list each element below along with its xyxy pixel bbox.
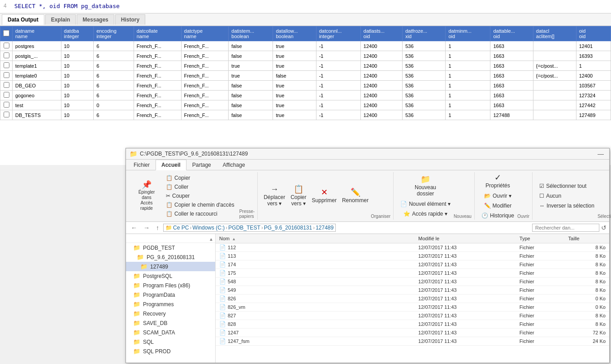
row-checkbox[interactable] bbox=[4, 52, 9, 58]
row-checkbox-cell[interactable] bbox=[0, 51, 13, 61]
table-row[interactable]: template1 10 6 French_F... French_F... t… bbox=[0, 61, 611, 71]
sidebar-item-sql-prod[interactable]: 📁SQL PROD bbox=[126, 347, 215, 356]
tab-messages[interactable]: Messages bbox=[77, 14, 114, 25]
col-type[interactable]: Type bbox=[516, 234, 565, 243]
row-checkbox[interactable] bbox=[4, 62, 9, 68]
nav-breadcrumb-5[interactable]: 127489 bbox=[316, 225, 334, 231]
row-checkbox-cell[interactable] bbox=[0, 71, 13, 81]
ribbon-tab-affichage[interactable]: Affichage bbox=[217, 160, 251, 170]
back-button[interactable]: ← bbox=[129, 223, 139, 232]
refresh-button[interactable]: ↺ bbox=[601, 224, 607, 231]
ribbon-btn-quickaccess[interactable]: ⭐ Accès rapide ▾ bbox=[400, 210, 451, 218]
row-checkbox[interactable] bbox=[4, 92, 9, 98]
row-checkbox-cell[interactable] bbox=[0, 91, 13, 100]
row-checkbox-cell[interactable] bbox=[0, 81, 13, 91]
ribbon-btn-copypath[interactable]: 📋 Copier le chemin d'accès bbox=[163, 201, 238, 209]
sidebar-item-postgresql[interactable]: 📁PostgreSQL bbox=[126, 271, 215, 281]
ribbon-btn-delete-label: Supprimer bbox=[312, 197, 337, 204]
tab-history[interactable]: History bbox=[115, 14, 145, 25]
ribbon-btn-paste[interactable]: 📋 Coller bbox=[163, 183, 238, 191]
file-name-cell: 📄826 bbox=[216, 295, 415, 303]
col-size[interactable]: Taille bbox=[565, 234, 609, 243]
ribbon-btn-edit[interactable]: ✏️ Modifier bbox=[481, 202, 515, 210]
cell-datfroze: 536 bbox=[403, 61, 446, 71]
select-all-checkbox[interactable] bbox=[3, 30, 9, 36]
ribbon-btn-copy[interactable]: 📋 Copier bbox=[163, 174, 238, 182]
col-header-datminm: datminm...oid bbox=[446, 26, 490, 41]
list-item[interactable]: 📄1247 12/07/2017 11:43 Fichier 72 Ko bbox=[216, 329, 609, 337]
up-button[interactable]: ↑ bbox=[154, 223, 161, 232]
table-row[interactable]: postgis_... 10 6 French_F... French_F...… bbox=[0, 51, 611, 61]
forward-button[interactable]: → bbox=[141, 223, 152, 232]
ribbon-btn-selectnone[interactable]: ☐ Aucun bbox=[536, 192, 598, 200]
table-row[interactable]: gogoneo 10 6 French_F... French_F... fal… bbox=[0, 91, 611, 100]
list-item[interactable]: 📄1247_fsm 12/07/2017 11:43 Fichier 24 Ko bbox=[216, 337, 609, 346]
row-checkbox[interactable] bbox=[4, 102, 9, 108]
ribbon-btn-history[interactable]: 🕐 Historique bbox=[478, 212, 517, 220]
minimize-button[interactable]: — bbox=[596, 150, 606, 157]
list-item[interactable]: 📄827 12/07/2017 11:43 Fichier 8 Ko bbox=[216, 312, 609, 320]
sidebar-item-programdata[interactable]: 📁ProgramData bbox=[126, 290, 215, 299]
file-modified-cell: 12/07/2017 11:43 bbox=[415, 260, 516, 269]
ribbon-tab-fichier[interactable]: Fichier bbox=[128, 160, 156, 170]
tab-explain[interactable]: Explain bbox=[45, 14, 76, 25]
ribbon-tab-partage[interactable]: Partage bbox=[186, 160, 217, 170]
table-row[interactable]: DB_GEO 10 6 French_F... French_F... fals… bbox=[0, 81, 611, 91]
ribbon-btn-newfolder[interactable]: 📁 Nouveaudossier bbox=[412, 174, 438, 198]
row-checkbox-cell[interactable] bbox=[0, 61, 13, 71]
nav-breadcrumb-1[interactable]: Ce PC bbox=[173, 225, 189, 231]
row-checkbox[interactable] bbox=[4, 112, 9, 117]
row-checkbox[interactable] bbox=[4, 72, 9, 78]
ribbon-btn-open[interactable]: 📂 Ouvrir ▾ bbox=[481, 192, 515, 200]
row-checkbox[interactable] bbox=[4, 82, 9, 88]
sidebar-item-scam-data[interactable]: 📁SCAM_DATA bbox=[126, 328, 215, 337]
ribbon-btn-selectall[interactable]: ☑ Sélectionner tout bbox=[536, 182, 598, 190]
sidebar-item-pgdb-test[interactable]: 📁PGDB_TEST bbox=[126, 243, 215, 252]
file-type-cell: Fichier bbox=[516, 286, 565, 295]
row-checkbox[interactable] bbox=[4, 43, 9, 48]
list-item[interactable]: 📄548 12/07/2017 11:43 Fichier 8 Ko bbox=[216, 277, 609, 286]
table-row[interactable]: DB_TESTS 10 6 French_F... French_F... fa… bbox=[0, 110, 611, 120]
file-modified-cell: 12/07/2017 11:43 bbox=[415, 312, 516, 320]
col-modified[interactable]: Modifié le bbox=[415, 234, 516, 243]
table-row[interactable]: template0 10 6 French_F... French_F... t… bbox=[0, 71, 611, 81]
ribbon-btn-copydest[interactable]: 📋 Copiervers ▾ bbox=[288, 184, 308, 208]
list-item[interactable]: 📄826 12/07/2017 11:43 Fichier 0 Ko bbox=[216, 295, 609, 303]
list-item[interactable]: 📄112 12/07/2017 11:43 Fichier 8 Ko bbox=[216, 243, 609, 252]
nav-breadcrumb-3[interactable]: PGDB_TEST bbox=[228, 225, 260, 231]
ribbon-btn-pin[interactable]: 📌 Épingler dansAccès rapide bbox=[134, 179, 159, 212]
row-checkbox-cell[interactable] bbox=[0, 41, 13, 51]
col-nom[interactable]: Nom ▲ bbox=[216, 234, 415, 243]
ribbon-btn-pasteshortcut[interactable]: 📋 Coller le raccourci bbox=[163, 210, 238, 218]
tab-data-output[interactable]: Data Output bbox=[2, 14, 44, 25]
sidebar-item-program-files--x86-[interactable]: 📁Program Files (x86) bbox=[126, 281, 215, 290]
ribbon-btn-delete[interactable]: ✕ Supprimer bbox=[310, 187, 339, 205]
search-input[interactable] bbox=[532, 224, 599, 232]
list-item[interactable]: 📄175 12/07/2017 11:43 Fichier 8 Ko bbox=[216, 269, 609, 277]
ribbon-btn-move[interactable]: → Déplacervers ▾ bbox=[261, 184, 287, 208]
list-item[interactable]: 📄549 12/07/2017 11:43 Fichier 8 Ko bbox=[216, 286, 609, 295]
sidebar-item-127489[interactable]: 📁127489 bbox=[126, 262, 215, 271]
list-item[interactable]: 📄826_vm 12/07/2017 11:43 Fichier 0 Ko bbox=[216, 303, 609, 312]
ribbon-btn-rename[interactable]: ✏️ Renommer bbox=[340, 187, 371, 205]
ribbon-tab-accueil[interactable]: Accueil bbox=[156, 160, 186, 170]
sidebar-item-recovery[interactable]: 📁Recovery bbox=[126, 309, 215, 318]
sidebar-item-programmes[interactable]: 📁Programmes bbox=[126, 299, 215, 309]
ribbon-btn-properties[interactable]: ✓ Propriétés bbox=[483, 172, 512, 190]
nav-breadcrumb-2[interactable]: Windows (C:) bbox=[192, 225, 225, 231]
list-item[interactable]: 📄828 12/07/2017 11:43 Fichier 8 Ko bbox=[216, 320, 609, 329]
list-item[interactable]: 📄174 12/07/2017 11:43 Fichier 8 Ko bbox=[216, 260, 609, 269]
table-row[interactable]: postgres 10 6 French_F... French_F... fa… bbox=[0, 41, 611, 51]
col-header-checkbox[interactable] bbox=[0, 26, 13, 41]
sidebar-item-pg-9-6-201608131[interactable]: 📁PG_9.6_201608131 bbox=[126, 252, 215, 262]
ribbon-btn-invertselect[interactable]: ↔ Inverser la sélection bbox=[536, 202, 598, 210]
nav-breadcrumb-4[interactable]: PG_9.6_201608131 bbox=[264, 225, 312, 231]
row-checkbox-cell[interactable] bbox=[0, 110, 13, 120]
table-row[interactable]: test 10 0 French_F... French_F... false … bbox=[0, 100, 611, 110]
sidebar-item-save-db[interactable]: 📁SAVE_DB bbox=[126, 318, 215, 328]
ribbon-btn-cut[interactable]: ✂ Couper bbox=[163, 192, 238, 200]
sidebar-item-sql[interactable]: 📁SQL bbox=[126, 337, 215, 347]
row-checkbox-cell[interactable] bbox=[0, 100, 13, 110]
list-item[interactable]: 📄113 12/07/2017 11:43 Fichier 8 Ko bbox=[216, 252, 609, 260]
ribbon-btn-newitem[interactable]: 📄 Nouvel élément ▾ bbox=[397, 200, 454, 208]
